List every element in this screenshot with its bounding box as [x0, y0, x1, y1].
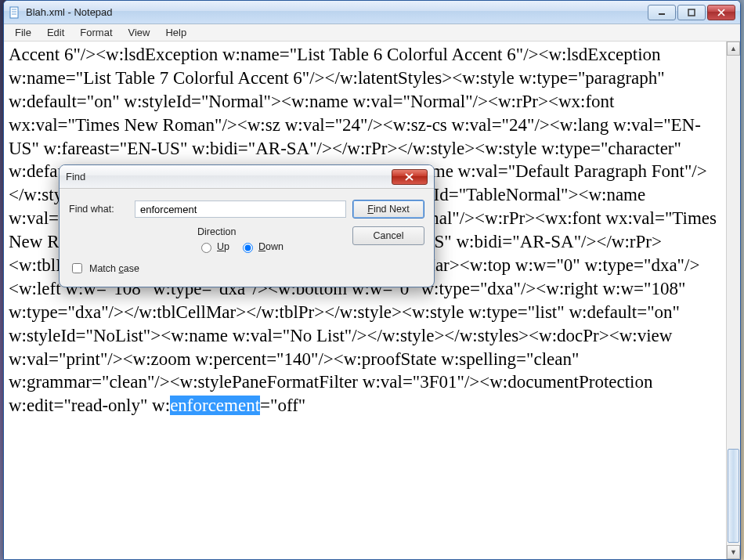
find-what-input[interactable]: [135, 201, 346, 218]
match-case-checkbox[interactable]: [72, 263, 82, 273]
match-case-label: Match case: [89, 263, 139, 274]
menu-help[interactable]: Help: [157, 25, 194, 40]
highlighted-match: enforcement: [170, 396, 260, 415]
direction-group: Direction Up Down: [197, 226, 284, 253]
text-editor[interactable]: Accent 6"/><w:lsdException w:name="List …: [4, 42, 726, 559]
svg-rect-0: [10, 7, 18, 18]
direction-label: Direction: [197, 226, 284, 237]
svg-rect-5: [688, 9, 695, 16]
titlebar[interactable]: Blah.xml - Notepad: [4, 1, 740, 24]
direction-down-radio[interactable]: Down: [239, 240, 284, 253]
close-button[interactable]: [707, 5, 735, 20]
vertical-scrollbar[interactable]: ▲ ▼: [726, 42, 740, 559]
direction-up-radio[interactable]: Up: [197, 240, 229, 253]
find-next-button[interactable]: FFind Nextind Next: [352, 200, 424, 219]
window-controls: [648, 5, 735, 20]
find-what-label: Find what:: [69, 204, 128, 215]
direction-up-input[interactable]: [201, 243, 211, 253]
maximize-button[interactable]: [677, 5, 706, 20]
find-dialog-body: Find what: FFind Nextind Next Direction …: [60, 189, 434, 287]
scroll-up-arrow[interactable]: ▲: [727, 42, 740, 56]
menubar: File Edit Format View Help: [4, 24, 740, 42]
find-dialog-title: Find: [66, 171, 392, 182]
minimize-button[interactable]: [648, 5, 676, 20]
notepad-icon: [9, 6, 21, 19]
cancel-button[interactable]: Cancel: [352, 226, 424, 245]
menu-edit[interactable]: Edit: [39, 25, 72, 40]
menu-file[interactable]: File: [7, 25, 39, 40]
menu-format[interactable]: Format: [72, 25, 120, 40]
find-dialog-titlebar[interactable]: Find: [60, 165, 434, 189]
window-title: Blah.xml - Notepad: [26, 6, 648, 18]
find-dialog-close-button[interactable]: [392, 169, 428, 185]
content-area: Accent 6"/><w:lsdException w:name="List …: [4, 42, 740, 559]
find-dialog[interactable]: Find Find what: FFind Nextind Next Direc…: [59, 164, 435, 287]
scroll-thumb[interactable]: [728, 449, 739, 543]
editor-text-post: ="off": [260, 396, 305, 415]
scroll-down-arrow[interactable]: ▼: [727, 545, 740, 559]
direction-down-input[interactable]: [243, 243, 253, 253]
menu-view[interactable]: View: [121, 25, 158, 40]
